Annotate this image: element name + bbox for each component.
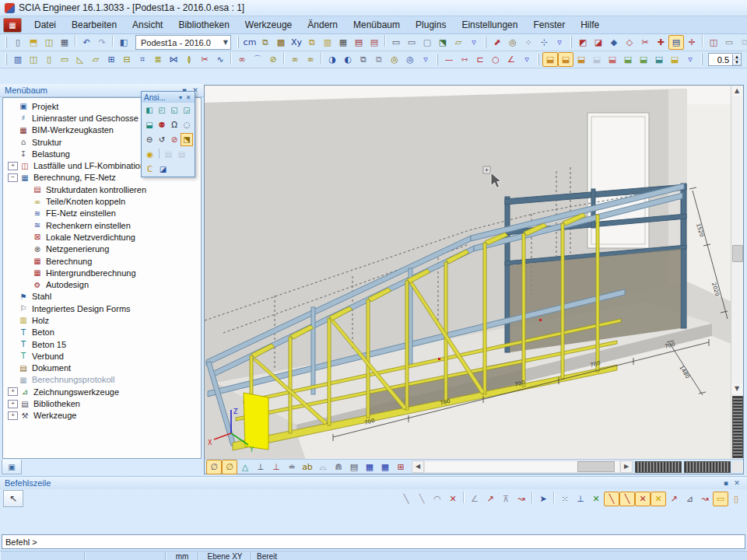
rotate-view-icon[interactable]: Ω: [168, 118, 181, 131]
table-display-icon[interactable]: ▦: [362, 460, 377, 474]
zoom-wheel-horizontal[interactable]: [635, 461, 682, 473]
status-plane[interactable]: Ebene XY: [198, 551, 251, 560]
clipboard-copy-icon[interactable]: ⧉: [304, 35, 320, 50]
toolbar-grip[interactable]: [237, 37, 239, 48]
draw-line-icon[interactable]: —: [441, 52, 457, 67]
dimension-lines-icon[interactable]: ▭: [713, 492, 728, 506]
expand-icon[interactable]: +: [8, 400, 18, 408]
pin-icon[interactable]: ▪: [721, 479, 731, 487]
snap-perpendicular-icon[interactable]: ⊼: [498, 492, 514, 506]
cut-selection-icon[interactable]: ✂: [637, 35, 653, 50]
select-node-icon[interactable]: ◆: [606, 35, 622, 50]
collapse-icon[interactable]: −: [8, 173, 18, 182]
walk-mode-icon[interactable]: ⚉: [156, 118, 168, 131]
zoom-previous-icon[interactable]: ⊘: [168, 133, 181, 146]
tree-item-strukturdaten[interactable]: ▤Strukturdaten kontrollieren: [3, 184, 201, 195]
save-archive-icon[interactable]: ◫: [41, 35, 57, 50]
draw-dimension-icon[interactable]: ⇿: [457, 52, 472, 67]
point-raster-icon[interactable]: ⁘: [521, 35, 536, 50]
center-view-icon[interactable]: ✛: [684, 35, 700, 50]
tree-item-design-forms[interactable]: ⚐Integriertes Design Forms: [3, 303, 201, 314]
toolbar-grip[interactable]: [5, 37, 7, 48]
units-cm-icon[interactable]: cm: [242, 35, 258, 50]
horizontal-scroll-track[interactable]: [424, 460, 620, 473]
render-solid-icon[interactable]: ∅: [222, 460, 237, 474]
snap-grid-icon[interactable]: ⁙: [557, 492, 573, 506]
snap-orthopoint-icon[interactable]: ✕: [651, 492, 666, 506]
scroll-up-icon[interactable]: ▲: [731, 86, 742, 96]
snap-cross-icon[interactable]: ✕: [445, 492, 461, 506]
haunch-icon[interactable]: ◺: [72, 52, 88, 67]
snap-point-icon[interactable]: ✕: [588, 492, 604, 506]
prefab-element-icon[interactable]: ≣: [150, 52, 166, 67]
document-view-icon[interactable]: ▢: [419, 35, 435, 50]
snap-angle-icon[interactable]: ∠: [467, 492, 482, 506]
menu-men-baum[interactable]: Menübaum: [345, 18, 408, 32]
view-xy-icon[interactable]: ◰: [156, 103, 168, 117]
plate-icon[interactable]: ▱: [88, 52, 103, 67]
snap-tangent-icon[interactable]: ↝: [514, 492, 529, 506]
load-display-icon[interactable]: ⟂: [253, 460, 268, 474]
tree-item-berechnung[interactable]: ▦Berechnung: [3, 255, 201, 267]
spinner-up-icon[interactable]: ▲: [733, 54, 741, 60]
expand-icon[interactable]: +: [8, 387, 18, 396]
ansicht-toolbar-header[interactable]: Ansi... ▾ ✕: [142, 92, 195, 103]
snap-edge-icon[interactable]: ⊿: [682, 492, 697, 506]
command-input[interactable]: Befehl >: [2, 534, 745, 549]
weld-icon[interactable]: ≬: [181, 52, 197, 67]
colors-settings-icon[interactable]: C: [143, 163, 156, 176]
copy-attributes-icon[interactable]: ⧉: [356, 52, 371, 67]
open-folder-icon[interactable]: ⬒: [26, 35, 41, 50]
copy-picture-icon[interactable]: ⧉: [737, 35, 747, 50]
zoom-wheel-vertical[interactable]: [732, 396, 743, 458]
column-icon[interactable]: ▯: [41, 52, 57, 67]
menu-ansicht[interactable]: Ansicht: [124, 18, 170, 32]
print-preview-icon[interactable]: ▭: [404, 35, 419, 50]
connect-nodes-icon[interactable]: ∞: [234, 52, 250, 67]
tree-item-rechenkern[interactable]: ≋Rechenkern einstellen: [3, 219, 201, 231]
select-previous-icon[interactable]: ◪: [591, 35, 606, 50]
view-axo-icon[interactable]: ◧: [143, 103, 156, 117]
erase-icon[interactable]: ⊘: [265, 52, 281, 67]
menu-werkzeuge[interactable]: Werkzeuge: [237, 18, 300, 32]
zoom-window-icon[interactable]: ◌: [181, 118, 193, 131]
view-folder-8-icon[interactable]: ⬓: [651, 52, 667, 67]
snap-circle-icon[interactable]: ◠: [430, 492, 445, 506]
scroll-right-icon[interactable]: ▶: [620, 460, 633, 473]
label-display-icon[interactable]: ≐: [284, 460, 300, 474]
cross-section-icon[interactable]: ▥: [10, 52, 26, 67]
filter-layers-icon[interactable]: ▤: [668, 35, 684, 50]
close-icon[interactable]: ✕: [731, 479, 742, 487]
rotate-wheel-horizontal[interactable]: [684, 461, 731, 473]
save-icon[interactable]: ▦: [57, 35, 72, 50]
table-composer-icon[interactable]: ▤: [366, 35, 382, 50]
binoculars-icon[interactable]: ∞: [287, 52, 303, 67]
overflow-icon[interactable]: ▿: [466, 35, 482, 50]
toolbar-grip[interactable]: [485, 37, 486, 48]
tree-item-bibliotheken[interactable]: +▤Bibliotheken: [3, 397, 201, 409]
cursor-mode-button[interactable]: ↖: [3, 490, 23, 507]
image-gallery-icon[interactable]: ▩: [273, 35, 289, 50]
tree-item-hintergrundberechnung[interactable]: ▦Hintergrundberechnung: [3, 267, 201, 278]
spinner-down-icon[interactable]: ▼: [733, 60, 741, 65]
scroll-left-icon[interactable]: ◀: [412, 460, 424, 473]
volume-display-icon[interactable]: ⋒: [331, 460, 346, 474]
print-picture-icon[interactable]: ▭: [721, 35, 737, 50]
toolbar-grip[interactable]: [437, 54, 438, 65]
view-folder-7-icon[interactable]: ⬓: [636, 52, 651, 67]
tree-item-teile-knoten[interactable]: ∞Teile/Knoten koppeln: [3, 195, 201, 207]
text-style-icon[interactable]: Xy: [289, 35, 304, 50]
text-display-icon[interactable]: ab: [300, 460, 315, 474]
view-folder-5-icon[interactable]: ⬓: [605, 52, 620, 67]
cursor-select-icon[interactable]: ➤: [535, 492, 551, 506]
close-icon[interactable]: ✕: [184, 94, 192, 101]
tree-item-autodesign[interactable]: ⚙Autodesign: [3, 278, 201, 290]
tree-item-fe-netz[interactable]: ≋FE-Netz einstellen: [3, 208, 201, 219]
view-yz-icon[interactable]: ◲: [181, 103, 193, 117]
viewport-vertical-scrollbar[interactable]: ▲ ▼: [731, 86, 743, 460]
coordinate-input-icon[interactable]: ⊹: [536, 35, 552, 50]
paperclip-icon[interactable]: ▥: [320, 35, 335, 50]
mesh-grid-icon[interactable]: ⊞: [393, 460, 409, 474]
tree-item-berechnungsprotokoll[interactable]: ▦Berechnungsprotokoll: [3, 374, 201, 386]
draw-bracket-icon[interactable]: ⊏: [472, 52, 488, 67]
